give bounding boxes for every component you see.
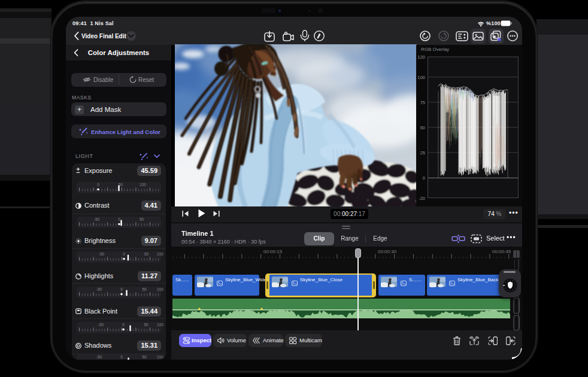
svg-text:0: 0 — [118, 217, 120, 221]
svg-text:50: 50 — [139, 217, 144, 221]
svg-text:100: 100 — [157, 322, 163, 326]
svg-text:50: 50 — [144, 322, 148, 326]
svg-text:-50: -50 — [93, 217, 99, 221]
svg-text:50: 50 — [144, 252, 148, 256]
svg-text:0: 0 — [122, 322, 125, 326]
svg-text:100: 100 — [157, 354, 163, 358]
svg-text:0: 0 — [97, 183, 99, 187]
svg-text:100: 100 — [157, 287, 163, 291]
svg-text:50: 50 — [142, 354, 147, 358]
svg-text:0: 0 — [120, 354, 123, 358]
svg-text:-50: -50 — [96, 287, 102, 291]
svg-text:-50: -50 — [96, 354, 102, 358]
svg-text:100: 100 — [157, 252, 163, 256]
svg-text:-50: -50 — [98, 252, 104, 256]
svg-text:0: 0 — [120, 287, 123, 291]
svg-text:0: 0 — [123, 252, 125, 256]
svg-text:100: 100 — [140, 183, 146, 187]
svg-text:-50: -50 — [98, 322, 104, 326]
svg-text:50: 50 — [142, 287, 147, 291]
